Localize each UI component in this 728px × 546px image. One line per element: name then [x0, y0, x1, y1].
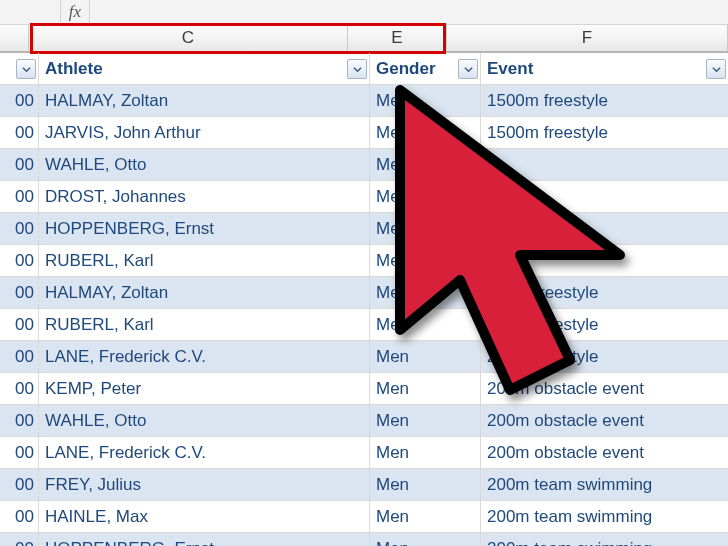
cell-event[interactable]: 200m team swimming [481, 533, 728, 546]
cell-athlete[interactable]: LANE, Frederick C.V. [39, 437, 370, 468]
cell-event[interactable]: 200m freestyle [481, 309, 728, 340]
cell-event[interactable]: 200m team swimming [481, 501, 728, 532]
table-row[interactable]: 00FREY, JuliusMen200m team swimming [0, 469, 728, 501]
column-header-c[interactable]: C [29, 25, 348, 51]
cell-id[interactable]: 00 [0, 85, 39, 116]
table-row[interactable]: 00RUBERL, KarlMen200m freestyle [0, 309, 728, 341]
table-row[interactable]: 00HALMAY, ZoltanMen200m freestyle [0, 277, 728, 309]
table-row[interactable]: 00HAINLE, MaxMen200m team swimming [0, 501, 728, 533]
header-cell-event[interactable]: Event [481, 53, 728, 84]
cell-athlete[interactable]: KEMP, Peter [39, 373, 370, 404]
table-row[interactable]: 00KEMP, PeterMen200m obstacle event [0, 373, 728, 405]
cell-event[interactable] [481, 245, 728, 276]
cell-gender[interactable]: Men [370, 405, 481, 436]
cell-id[interactable]: 00 [0, 245, 39, 276]
header-cell-athlete[interactable]: Athlete [39, 53, 370, 84]
cell-gender[interactable]: Men [370, 85, 481, 116]
name-box[interactable] [0, 0, 61, 24]
data-table: Athlete Gender Event 00HALMAY, ZoltanMen… [0, 52, 728, 546]
cell-id[interactable]: 00 [0, 213, 39, 244]
cell-event[interactable]: 200m freestyle [481, 341, 728, 372]
cell-athlete[interactable]: HOPPENBERG, Ernst [39, 213, 370, 244]
cell-athlete[interactable]: HALMAY, Zoltan [39, 277, 370, 308]
cell-gender[interactable]: Men [370, 213, 481, 244]
cell-athlete[interactable]: LANE, Frederick C.V. [39, 341, 370, 372]
cell-event[interactable]: 200m obstacle event [481, 373, 728, 404]
filter-button[interactable] [347, 59, 367, 79]
cell-athlete[interactable]: HAINLE, Max [39, 501, 370, 532]
table-row[interactable]: 00DROST, JohannesMen [0, 181, 728, 213]
cell-gender[interactable]: Men [370, 245, 481, 276]
table-row[interactable]: 00HALMAY, ZoltanMen1500m freestyle [0, 85, 728, 117]
table-row[interactable]: 00WAHLE, OttoMen200m obstacle event [0, 405, 728, 437]
cell-gender[interactable]: Men [370, 309, 481, 340]
cell-event[interactable]: 200m obstacle event [481, 405, 728, 436]
cell-gender[interactable]: Men [370, 437, 481, 468]
cell-event[interactable]: 200m obstacle event [481, 437, 728, 468]
cell-id[interactable]: 00 [0, 181, 39, 212]
cell-event[interactable]: 200m team swimming [481, 469, 728, 500]
cell-athlete[interactable]: RUBERL, Karl [39, 309, 370, 340]
table-row[interactable]: 00HOPPENBERG, ErnstMen200m team swimming [0, 533, 728, 546]
cell-id[interactable]: 00 [0, 405, 39, 436]
cell-event[interactable] [481, 213, 728, 244]
cell-event[interactable]: 200m freestyle [481, 277, 728, 308]
cell-gender[interactable]: Men [370, 501, 481, 532]
header-label: Event [487, 59, 533, 79]
table-row[interactable]: 00RUBERL, KarlMen [0, 245, 728, 277]
table-row[interactable]: 00WAHLE, OttoMen [0, 149, 728, 181]
column-header-b[interactable] [0, 25, 29, 51]
cell-id[interactable]: 00 [0, 117, 39, 148]
table-row[interactable]: 00HOPPENBERG, ErnstMen [0, 213, 728, 245]
cell-gender[interactable]: Men [370, 533, 481, 546]
table-row[interactable]: 00LANE, Frederick C.V.Men200m obstacle e… [0, 437, 728, 469]
cell-gender[interactable]: Men [370, 341, 481, 372]
header-cell-id[interactable] [0, 53, 39, 84]
cell-id[interactable]: 00 [0, 373, 39, 404]
table-row[interactable]: 00LANE, Frederick C.V.Men200m freestyle [0, 341, 728, 373]
cell-athlete[interactable]: WAHLE, Otto [39, 149, 370, 180]
formula-input[interactable] [89, 0, 728, 24]
cell-id[interactable]: 00 [0, 341, 39, 372]
cell-gender[interactable]: Men [370, 117, 481, 148]
formula-bar: fx [0, 0, 728, 25]
column-header-e[interactable]: E [348, 25, 447, 51]
fx-label[interactable]: fx [61, 2, 89, 22]
cell-id[interactable]: 00 [0, 309, 39, 340]
cell-id[interactable]: 00 [0, 437, 39, 468]
column-header-row: C E F [0, 25, 728, 52]
filter-button[interactable] [16, 59, 36, 79]
cell-id[interactable]: 00 [0, 469, 39, 500]
cell-event[interactable] [481, 149, 728, 180]
cell-athlete[interactable]: FREY, Julius [39, 469, 370, 500]
cell-event[interactable] [481, 181, 728, 212]
cell-athlete[interactable]: JARVIS, John Arthur [39, 117, 370, 148]
cell-gender[interactable]: Men [370, 277, 481, 308]
cell-gender[interactable]: Men [370, 149, 481, 180]
cell-id[interactable]: 00 [0, 533, 39, 546]
column-header-f[interactable]: F [447, 25, 728, 51]
filter-button[interactable] [458, 59, 478, 79]
cell-athlete[interactable]: HALMAY, Zoltan [39, 85, 370, 116]
filter-button[interactable] [706, 59, 726, 79]
cell-gender[interactable]: Men [370, 181, 481, 212]
cell-event[interactable]: 1500m freestyle [481, 85, 728, 116]
cell-id[interactable]: 00 [0, 501, 39, 532]
cell-id[interactable]: 00 [0, 149, 39, 180]
cell-gender[interactable]: Men [370, 469, 481, 500]
table-row[interactable]: 00JARVIS, John ArthurMen1500m freestyle [0, 117, 728, 149]
cell-athlete[interactable]: RUBERL, Karl [39, 245, 370, 276]
cell-gender[interactable]: Men [370, 373, 481, 404]
header-cell-gender[interactable]: Gender [370, 53, 481, 84]
cell-athlete[interactable]: WAHLE, Otto [39, 405, 370, 436]
cell-athlete[interactable]: DROST, Johannes [39, 181, 370, 212]
cell-athlete[interactable]: HOPPENBERG, Ernst [39, 533, 370, 546]
cell-event[interactable]: 1500m freestyle [481, 117, 728, 148]
cell-id[interactable]: 00 [0, 277, 39, 308]
header-label: Athlete [45, 59, 103, 79]
table-header-row: Athlete Gender Event [0, 52, 728, 85]
header-label: Gender [376, 59, 436, 79]
